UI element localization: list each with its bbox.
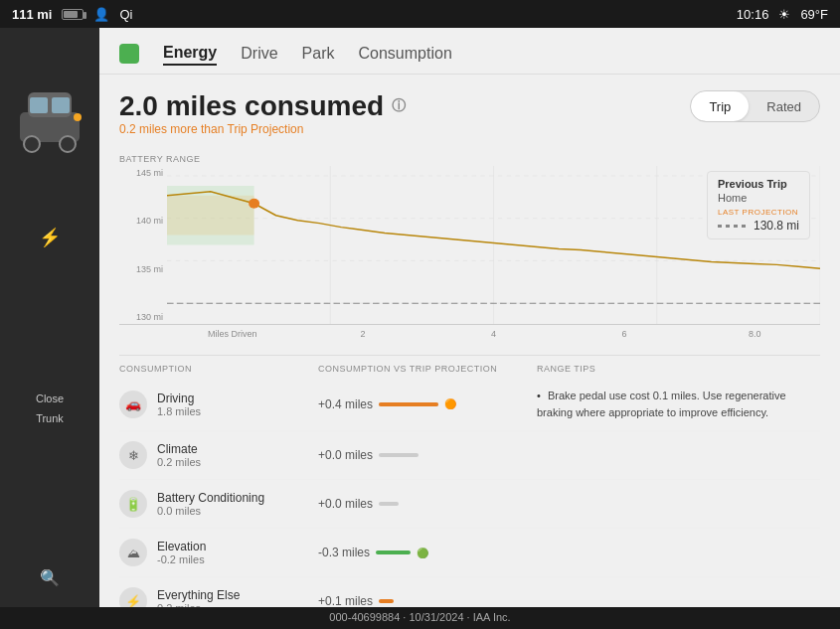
driving-bar-dot: 🟠 [444, 398, 456, 409]
climate-name: Climate [157, 442, 201, 456]
y-label-3: 130 mi [123, 312, 163, 322]
consumption-rows: 🚗 Driving 1.8 miles +0.4 miles 🟠 • Brake [119, 378, 820, 607]
driving-icon: 🚗 [119, 391, 147, 418]
table-row: 🚗 Driving 1.8 miles +0.4 miles 🟠 • Brake [119, 378, 820, 431]
battery-cond-vs: +0.0 miles [318, 497, 537, 511]
prev-trip-title: Previous Trip [718, 178, 799, 190]
range-tips-text: • Brake pedal use cost 0.1 miles. Use re… [537, 388, 820, 420]
driving-vs: +0.4 miles 🟠 [318, 397, 537, 411]
mileage-display: 111 mi [12, 7, 52, 22]
elevation-icon: ⛰ [119, 539, 147, 566]
cons-item-battery: 🔋 Battery Conditioning 0.0 miles [119, 490, 318, 518]
elevation-name: Elevation [157, 540, 206, 553]
battery-cond-bar [379, 502, 399, 506]
climate-icon: ❄ [119, 441, 147, 469]
svg-point-17 [249, 199, 259, 209]
table-row: ❄ Climate 0.2 miles +0.0 miles [119, 431, 820, 480]
cons-item-other: ⚡ Everything Else 0.2 miles [119, 587, 318, 607]
title-area: 2.0 miles consumed ⓘ 0.2 miles more than… [119, 90, 406, 150]
driving-miles: 1.8 miles [157, 405, 201, 417]
header-range-tips: RANGE TIPS [537, 364, 820, 374]
miles-consumed-title: 2.0 miles consumed ⓘ [119, 90, 406, 122]
header-row: 2.0 miles consumed ⓘ 0.2 miles more than… [119, 90, 820, 150]
elevation-miles: -0.2 miles [157, 553, 206, 565]
y-label-0: 145 mi [123, 168, 163, 178]
energy-icon [119, 44, 139, 64]
car-silhouette [10, 58, 89, 217]
rated-button[interactable]: Rated [749, 91, 819, 121]
tab-drive[interactable]: Drive [241, 43, 277, 65]
header-consumption: CONSUMPTION [119, 364, 318, 374]
table-row: ⛰ Elevation -0.2 miles -0.3 miles 🟢 [119, 529, 820, 577]
battery-cond-name: Battery Conditioning [157, 491, 264, 505]
chart-plot: Previous Trip Home LAST PROJECTION 130.8… [167, 166, 820, 324]
x-label-4: 4 [428, 329, 559, 339]
bottom-bar-text: 000-40699884 · 10/31/2024 · IAA Inc. [329, 611, 510, 623]
svg-point-6 [74, 113, 82, 121]
range-tip-content: Brake pedal use cost 0.1 miles. Use rege… [537, 390, 786, 418]
x-label-miles: Miles Driven [167, 329, 297, 339]
y-label-1: 140 mi [123, 216, 163, 226]
climate-bar [379, 453, 419, 457]
trip-button[interactable]: Trip [691, 91, 749, 121]
content-area: 2.0 miles consumed ⓘ 0.2 miles more than… [99, 75, 840, 607]
chart-label: BATTERY RANGE [119, 154, 820, 164]
driving-bar-bg [379, 402, 438, 406]
battery-cond-icon: 🔋 [119, 490, 147, 518]
battery-cond-miles: 0.0 miles [157, 505, 264, 517]
driving-name: Driving [157, 392, 201, 405]
cons-item-climate: ❄ Climate 0.2 miles [119, 441, 318, 469]
cons-item-driving: 🚗 Driving 1.8 miles [119, 391, 318, 418]
battery-icon [62, 9, 84, 20]
y-axis: 145 mi 140 mi 135 mi 130 mi [119, 166, 167, 324]
sub-info: 0.2 miles more than Trip Projection [119, 122, 406, 136]
x-label-2: 2 [297, 329, 427, 339]
search-icon[interactable]: 🔍 [40, 568, 60, 587]
sub-info-text: 0.2 miles more than Trip Projection [119, 122, 303, 136]
table-row: ⚡ Everything Else 0.2 miles +0.1 miles [119, 577, 820, 607]
svg-point-3 [60, 136, 76, 152]
x-label-8: 8.0 [690, 329, 820, 339]
chart-container: BATTERY RANGE 145 mi 140 mi 135 mi 130 m… [119, 154, 820, 339]
status-bar: 111 mi 👤 Qi 10:16 ☀ 69°F [0, 0, 840, 28]
miles-consumed-text: 2.0 miles consumed [119, 90, 384, 122]
prev-trip-distance: 130.8 mi [754, 219, 799, 233]
temperature-display: 69°F [800, 7, 828, 22]
car-svg [10, 58, 89, 177]
time-display: 10:16 [737, 7, 769, 22]
svg-rect-4 [30, 97, 48, 113]
trunk-button[interactable]: Trunk [10, 408, 89, 428]
tab-consumption[interactable]: Consumption [359, 43, 452, 65]
section-headers: CONSUMPTION CONSUMPTION VS TRIP PROJECTI… [119, 355, 820, 378]
dash-line [718, 225, 748, 228]
svg-rect-5 [52, 97, 70, 113]
trip-rated-toggle: Trip Rated [690, 90, 820, 122]
table-row: 🔋 Battery Conditioning 0.0 miles +0.0 mi… [119, 480, 820, 529]
svg-point-2 [24, 136, 40, 152]
tab-park[interactable]: Park [302, 43, 335, 65]
other-vs: +0.1 miles [318, 594, 537, 607]
close-button[interactable]: Close [10, 389, 89, 408]
profile-icon: 👤 [93, 7, 109, 22]
prev-trip-value: 130.8 mi [718, 219, 799, 233]
elevation-vs: -0.3 miles 🟢 [318, 546, 537, 559]
driving-bar-fill [379, 402, 438, 406]
prev-trip-dest: Home [718, 192, 799, 204]
nav-tabs: Energy Drive Park Consumption [99, 28, 840, 75]
cons-item-elevation: ⛰ Elevation -0.2 miles [119, 539, 318, 566]
x-axis: Miles Driven 2 4 6 8.0 [119, 325, 820, 339]
other-bar [379, 599, 394, 603]
info-icon[interactable]: ⓘ [392, 97, 406, 115]
tab-energy[interactable]: Energy [163, 42, 217, 66]
other-icon: ⚡ [119, 587, 147, 607]
main-content: Energy Drive Park Consumption 2.0 miles … [99, 28, 840, 607]
prev-trip-proj-label: LAST PROJECTION [718, 208, 799, 217]
climate-miles: 0.2 miles [157, 456, 201, 468]
profile-name: Qi [119, 7, 132, 22]
charging-icon: ⚡ [39, 227, 61, 248]
left-sidebar: ⚡ Close Trunk 🔍 [0, 28, 99, 607]
elevation-dot: 🟢 [417, 548, 428, 558]
header-vs-projection: CONSUMPTION VS TRIP PROJECTION [318, 364, 537, 374]
sidebar-actions: Close Trunk [0, 379, 99, 438]
other-name: Everything Else [157, 588, 240, 602]
